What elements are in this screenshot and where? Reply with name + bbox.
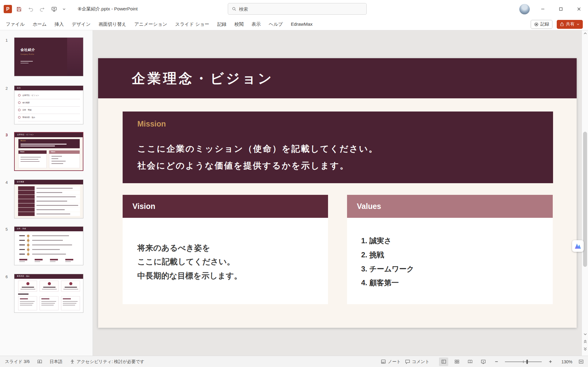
values-box[interactable]: Values 1. 誠実さ 2. 挑戦 3. チームワーク 4. 顧客第一	[347, 195, 553, 304]
ribbon-tab-slideshow[interactable]: スライド ショー	[171, 18, 213, 30]
scroll-down-button[interactable]	[582, 331, 588, 337]
ribbon-tab-file[interactable]: ファイル	[2, 18, 29, 30]
slide-title-text[interactable]: 企業理念・ビジョン	[132, 58, 274, 98]
timeline-dot	[27, 253, 29, 255]
close-button[interactable]	[570, 0, 588, 18]
ribbon-tab-edrawmax[interactable]: EdrawMax	[287, 18, 317, 30]
accessibility-status-button[interactable]: アクセシビリティ: 検討が必要です	[70, 359, 144, 365]
mission-box[interactable]: Mission ここに企業のミッション（使命）を記載してください。 社会にどのよ…	[123, 112, 553, 183]
mission-line-2[interactable]: 社会にどのような価値を提供するかを示します。	[137, 160, 349, 172]
ribbon-tab-record[interactable]: 記録	[213, 18, 231, 30]
values-item-3[interactable]: 3. チームワーク	[361, 264, 414, 274]
mini-header-band: 会社概要	[14, 180, 83, 184]
slideshow-view-button[interactable]	[479, 358, 488, 366]
previous-slide-button[interactable]	[582, 339, 588, 345]
text-placeholder-line	[65, 287, 77, 288]
ribbon-tab-insert[interactable]: 挿入	[51, 18, 68, 30]
zoom-level-button[interactable]: 130%	[559, 359, 572, 364]
accessibility-person-icon	[70, 359, 75, 364]
save-button[interactable]	[14, 5, 24, 14]
redo-button[interactable]	[38, 5, 47, 14]
toc-bullet-icon	[18, 116, 21, 119]
thumbnail-row-6: 6 事業内容・強み	[0, 274, 93, 313]
share-button[interactable]: 共有	[557, 20, 583, 29]
notes-button[interactable]: ノート	[381, 359, 401, 365]
ribbon-tabs: ファイル ホーム 挿入 デザイン 画面切り替え アニメーション スライド ショー…	[2, 18, 317, 30]
ribbon-tab-review[interactable]: 校閲	[231, 18, 248, 30]
zoom-slider-thumb[interactable]	[526, 360, 528, 364]
text-placeholder-line	[21, 161, 40, 162]
values-item-4[interactable]: 4. 顧客第一	[361, 278, 399, 288]
vision-line-1[interactable]: 将来のあるべき姿を	[137, 243, 210, 253]
slide-canvas[interactable]: 企業理念・ビジョン Mission ここに企業のミッション（使命）を記載してくだ…	[98, 58, 577, 328]
text-placeholder-line	[36, 214, 70, 214]
text-placeholder-line	[63, 305, 75, 305]
account-avatar[interactable]	[519, 4, 530, 14]
maximize-button[interactable]	[552, 0, 570, 18]
strength-box	[18, 296, 37, 310]
slide-thumbnail-4[interactable]: 会社概要	[14, 180, 83, 218]
search-input[interactable]	[239, 6, 363, 12]
titlebar: P ⑧企業紹介.pptx - PowerPoint	[0, 0, 588, 18]
slide-thumbnail-panel: 1 会社紹介 Company Profile 2 目次 企業理念・ビジョン	[0, 30, 93, 356]
values-heading[interactable]: Values	[357, 195, 381, 218]
vision-line-2[interactable]: ここに記載してください。	[137, 256, 235, 267]
scroll-up-button[interactable]	[582, 30, 588, 36]
ribbon-tab-home[interactable]: ホーム	[29, 18, 51, 30]
normal-view-button[interactable]	[439, 358, 448, 366]
vision-heading[interactable]: Vision	[132, 195, 155, 218]
slide-thumbnail-5[interactable]: 沿革・実績	[14, 226, 83, 265]
present-display-icon	[51, 6, 57, 12]
comments-button[interactable]: コメント	[405, 359, 430, 365]
powerpoint-app-icon[interactable]: P	[4, 5, 12, 13]
minimize-button[interactable]	[534, 0, 552, 18]
window-title: ⑧企業紹介.pptx - PowerPoint	[78, 6, 138, 12]
mission-line-1[interactable]: ここに企業のミッション（使命）を記載してください。	[137, 143, 378, 155]
vertical-scrollbar[interactable]	[582, 30, 588, 356]
slide-sorter-view-button[interactable]	[452, 358, 461, 366]
fit-slide-to-window-button[interactable]	[576, 358, 586, 366]
zoom-slider-center-notch	[523, 361, 524, 363]
slide-indicator[interactable]: スライド 3/6	[5, 359, 30, 365]
zoom-slider[interactable]	[505, 359, 542, 364]
slide-thumbnail-2[interactable]: 目次 企業理念・ビジョン 会社概要 沿革・実績	[14, 85, 83, 124]
mini-title: 沿革・実績	[17, 228, 26, 230]
vision-box[interactable]: Vision 将来のあるべき姿を ここに記載してください。 中長期的な目標を示し…	[123, 195, 328, 304]
fit-to-window-icon	[578, 359, 584, 364]
customize-qat-button[interactable]	[61, 5, 67, 14]
undo-button[interactable]	[26, 5, 35, 14]
maximize-icon	[559, 7, 563, 11]
record-button[interactable]: 記録	[531, 20, 552, 29]
values-item-2[interactable]: 2. 挑戦	[361, 250, 384, 260]
ribbon-tab-view[interactable]: 表示	[248, 18, 265, 30]
ribbon-tab-transitions[interactable]: 画面切り替え	[95, 18, 131, 30]
mini-header-band: 目次	[14, 86, 83, 90]
mission-heading[interactable]: Mission	[137, 119, 166, 128]
reading-view-button[interactable]	[465, 358, 475, 366]
vision-line-3[interactable]: 中長期的な目標を示します。	[137, 271, 242, 281]
mini-subtitle: Company Profile	[21, 53, 34, 55]
ribbon-tab-design[interactable]: デザイン	[68, 18, 94, 30]
editing-canvas[interactable]: 企業理念・ビジョン Mission ここに企業のミッション（使命）を記載してくだ…	[93, 30, 582, 356]
text-placeholder-line	[20, 303, 33, 304]
slide-thumbnail-3-selected[interactable]: 企業理念・ビジョン Mission Vision	[14, 132, 83, 171]
ribbon-tab-animations[interactable]: アニメーション	[130, 18, 171, 30]
arrow-down-icon	[584, 333, 587, 335]
slide-thumbnail-6[interactable]: 事業内容・強み	[14, 274, 83, 313]
values-item-1[interactable]: 1. 誠実さ	[361, 236, 391, 246]
language-button[interactable]: 日本語	[50, 359, 63, 365]
slide-thumbnail-1[interactable]: 会社紹介 Company Profile	[14, 37, 83, 76]
present-to-display-button[interactable]	[49, 5, 59, 14]
search-box[interactable]	[228, 3, 367, 15]
zoom-out-button[interactable]	[492, 358, 501, 366]
thumbnail-row-4: 4 会社概要	[0, 180, 93, 218]
next-slide-button[interactable]	[582, 346, 588, 352]
proofing-status-button[interactable]	[37, 359, 42, 364]
table-row	[18, 208, 80, 212]
text-placeholder-line	[63, 298, 71, 299]
ribbon-tab-help[interactable]: ヘルプ	[265, 18, 287, 30]
edrawmax-floating-badge[interactable]	[572, 240, 584, 252]
zoom-in-button[interactable]	[546, 358, 555, 366]
card-icon	[69, 282, 72, 285]
year-placeholder	[19, 244, 25, 245]
